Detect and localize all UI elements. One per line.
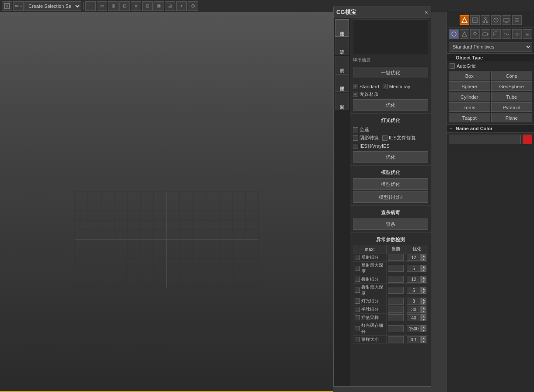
toolbar-btn-7[interactable]: ⊠ bbox=[154, 1, 164, 11]
obj-cylinder[interactable]: Cylinder bbox=[449, 92, 490, 101]
toolbar-btn-10[interactable]: ⌬ bbox=[188, 1, 198, 11]
cg-panel-close-btn[interactable]: × bbox=[425, 9, 428, 15]
param-spin-down-7[interactable]: ▼ bbox=[421, 329, 426, 332]
more-icon[interactable]: ≡ bbox=[523, 29, 532, 39]
cg-tab-copy[interactable]: 复制 bbox=[335, 93, 349, 110]
motion-icon[interactable] bbox=[491, 15, 501, 25]
obj-pyramid[interactable]: Pyramid bbox=[491, 102, 533, 112]
param-spin-up-1[interactable]: ▲ bbox=[421, 265, 426, 268]
toolbar-abc-btn[interactable]: ABC bbox=[13, 1, 24, 11]
param-current-input-1[interactable] bbox=[388, 265, 404, 272]
color-swatch[interactable] bbox=[523, 135, 532, 144]
param-checkbox-4[interactable] bbox=[355, 298, 360, 304]
obj-box[interactable]: Box bbox=[449, 71, 490, 80]
camera-icon[interactable] bbox=[481, 29, 490, 39]
param-spin-input-0[interactable] bbox=[407, 254, 421, 261]
utilities-icon[interactable] bbox=[512, 15, 522, 25]
param-checkbox-6[interactable] bbox=[355, 315, 360, 320]
param-current-input-0[interactable] bbox=[388, 254, 404, 261]
toolbar-btn-6[interactable]: ⊟ bbox=[142, 1, 153, 11]
param-spin-up-3[interactable]: ▲ bbox=[421, 287, 426, 290]
param-spin-up-8[interactable]: ▲ bbox=[421, 336, 426, 340]
spacewarp-icon[interactable] bbox=[502, 29, 511, 39]
light-ies-vray-box[interactable] bbox=[353, 144, 358, 149]
checkbox-standard-box[interactable] bbox=[353, 84, 358, 89]
light-select-all[interactable]: 全选 bbox=[353, 126, 369, 133]
helper-icon[interactable] bbox=[491, 29, 501, 39]
cg-tab-render[interactable]: 渲染 bbox=[335, 38, 349, 55]
name-color-header[interactable]: − Name and Color bbox=[447, 125, 534, 133]
param-spin-down-0[interactable]: ▼ bbox=[421, 257, 426, 261]
toolbar-btn-2[interactable]: ▭ bbox=[97, 1, 107, 11]
param-spin-up-4[interactable]: ▲ bbox=[421, 298, 426, 301]
std-primitives-select[interactable]: Standard Primitives bbox=[449, 42, 532, 52]
param-current-input-3[interactable] bbox=[388, 287, 404, 294]
param-spin-up-7[interactable]: ▲ bbox=[421, 325, 426, 329]
param-spin-input-7[interactable] bbox=[407, 325, 421, 332]
geometry-icon[interactable] bbox=[449, 29, 459, 39]
light-ies-fix-box[interactable] bbox=[382, 135, 387, 141]
param-checkbox-1[interactable] bbox=[355, 266, 360, 271]
obj-sphere[interactable]: Sphere bbox=[449, 81, 490, 91]
light-shadow-convert[interactable]: 阴影转换 bbox=[353, 135, 379, 141]
obj-tube[interactable]: Tube bbox=[491, 92, 533, 101]
autogrid-checkbox[interactable] bbox=[450, 63, 455, 69]
param-current-input-5[interactable] bbox=[388, 306, 404, 313]
model-proxy-btn[interactable]: 模型转代理 bbox=[353, 191, 428, 203]
param-spin-input-3[interactable] bbox=[407, 287, 421, 294]
cg-tab-scene[interactable]: 场景优化 bbox=[335, 19, 349, 37]
obj-geosphere[interactable]: GeoSphere bbox=[491, 81, 533, 91]
toolbar-mode-btn[interactable]: S bbox=[2, 1, 12, 11]
obj-teapot[interactable]: Teapot bbox=[449, 113, 490, 122]
virus-scan-btn[interactable]: 查杀 bbox=[353, 219, 428, 230]
display-icon[interactable] bbox=[502, 15, 511, 25]
checkbox-mentalray[interactable]: Mentalray bbox=[383, 84, 410, 89]
param-spin-down-3[interactable]: ▼ bbox=[421, 290, 426, 294]
checkbox-invalid-box[interactable] bbox=[353, 92, 358, 97]
param-spin-input-4[interactable] bbox=[407, 298, 421, 305]
obj-plane[interactable]: Plane bbox=[491, 113, 533, 122]
param-spin-input-8[interactable] bbox=[407, 336, 421, 343]
name-input[interactable] bbox=[449, 135, 521, 144]
param-spin-down-2[interactable]: ▼ bbox=[421, 279, 426, 283]
shape-icon[interactable] bbox=[460, 29, 469, 39]
toolbar-btn-3[interactable]: ⊞ bbox=[108, 1, 119, 11]
param-current-input-2[interactable] bbox=[388, 276, 404, 283]
param-current-input-7[interactable] bbox=[388, 325, 404, 332]
param-current-input-6[interactable] bbox=[388, 314, 404, 321]
light-ies-vray[interactable]: IES转VrayIES bbox=[353, 143, 390, 149]
param-spin-up-6[interactable]: ▲ bbox=[421, 314, 426, 318]
light-shadow-box[interactable] bbox=[353, 135, 358, 141]
viewport-3d[interactable] bbox=[0, 12, 333, 392]
obj-cone[interactable]: Cone bbox=[491, 71, 533, 80]
toolbar-btn-5[interactable]: ⌗ bbox=[131, 1, 141, 11]
checkbox-standard[interactable]: Standard bbox=[353, 84, 379, 89]
light-icon[interactable] bbox=[470, 29, 480, 39]
param-checkbox-7[interactable] bbox=[355, 326, 360, 331]
param-spin-up-2[interactable]: ▲ bbox=[421, 276, 426, 279]
hierarchy-icon[interactable] bbox=[481, 15, 490, 25]
param-current-input-4[interactable] bbox=[388, 298, 404, 305]
param-checkbox-5[interactable] bbox=[355, 307, 360, 312]
param-checkbox-0[interactable] bbox=[355, 255, 360, 260]
toolbar-btn-8[interactable]: ◎ bbox=[165, 1, 175, 11]
param-checkbox-3[interactable] bbox=[355, 288, 360, 293]
param-spin-down-6[interactable]: ▼ bbox=[421, 318, 426, 321]
param-spin-down-1[interactable]: ▼ bbox=[421, 268, 426, 272]
toolbar-btn-1[interactable]: ⊣ bbox=[85, 1, 96, 11]
param-spin-input-2[interactable] bbox=[407, 276, 421, 283]
cg-content[interactable]: 详细信息 一键优化 Standard Mentalray bbox=[350, 17, 431, 386]
cg-tab-file[interactable]: 文件管理 bbox=[335, 74, 349, 92]
param-spin-up-0[interactable]: ▲ bbox=[421, 254, 426, 257]
param-spin-input-1[interactable] bbox=[407, 265, 421, 272]
param-checkbox-2[interactable] bbox=[355, 277, 360, 282]
param-spin-up-5[interactable]: ▲ bbox=[421, 306, 426, 309]
obj-torus[interactable]: Torus bbox=[449, 102, 490, 112]
param-checkbox-8[interactable] bbox=[355, 337, 360, 342]
cg-tab-material[interactable]: 材质 bbox=[335, 56, 349, 73]
checkbox-mentalray-box[interactable] bbox=[383, 84, 388, 89]
checkbox-invalid-material[interactable]: 无效材质 bbox=[353, 91, 379, 97]
light-ies-fix[interactable]: IES文件修复 bbox=[382, 135, 416, 141]
modify-icon[interactable] bbox=[470, 15, 480, 25]
light-select-all-box[interactable] bbox=[353, 127, 358, 132]
